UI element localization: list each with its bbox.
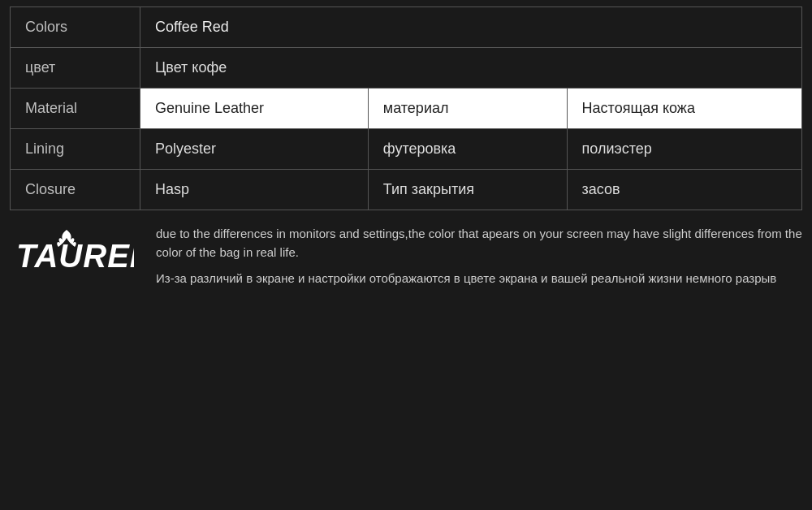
material-value: Genuine Leather <box>140 89 369 129</box>
material-extra2: Настоящая кожа <box>567 89 801 129</box>
disclaimer-english: due to the differences in monitors and s… <box>156 225 802 261</box>
disclaimer-russian: Из-за различий в экране и настройки отоб… <box>156 270 802 288</box>
material-label: Material <box>11 89 140 129</box>
tsvet-value: Цвет кофе <box>140 48 802 89</box>
footer-section: TAUREN due to the differences in monitor… <box>10 217 802 296</box>
material-extra1: материал <box>368 89 567 129</box>
logo-area: TAUREN <box>10 225 140 273</box>
table-row: Material Genuine Leather материал Настоя… <box>11 89 802 129</box>
colors-label: Colors <box>11 7 140 48</box>
lining-extra1: футеровка <box>368 129 567 170</box>
tauren-logo-icon: TAUREN <box>16 228 134 273</box>
disclaimer-area: due to the differences in monitors and s… <box>156 225 802 288</box>
svg-text:TAUREN: TAUREN <box>16 238 134 273</box>
product-table: Colors Coffee Red цвет Цвет кофе Materia… <box>10 6 802 210</box>
closure-value: Hasp <box>140 170 369 210</box>
table-row: Lining Polyester футеровка полиэстер <box>11 129 802 170</box>
table-row: Colors Coffee Red <box>11 7 802 48</box>
table-row: Closure Hasp Тип закрытия засов <box>11 170 802 210</box>
lining-extra2: полиэстер <box>567 129 801 170</box>
closure-extra1: Тип закрытия <box>368 170 567 210</box>
tsvet-label: цвет <box>11 48 140 89</box>
lining-value: Polyester <box>140 129 369 170</box>
colors-value: Coffee Red <box>140 7 802 48</box>
table-row: цвет Цвет кофе <box>11 48 802 89</box>
lining-label: Lining <box>11 129 140 170</box>
closure-extra2: засов <box>567 170 801 210</box>
closure-label: Closure <box>11 170 140 210</box>
main-container: Colors Coffee Red цвет Цвет кофе Materia… <box>0 0 812 510</box>
